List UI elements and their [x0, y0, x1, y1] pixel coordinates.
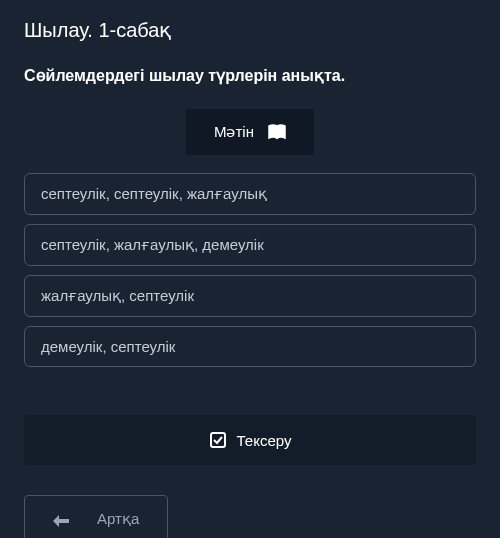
option-item[interactable]: септеулік, септеулік, жалғаулық: [24, 173, 476, 215]
text-button-label: Мәтін: [214, 123, 254, 141]
option-item[interactable]: демеулік, септеулік: [24, 326, 476, 367]
arrow-left-icon: [53, 513, 69, 525]
check-icon: [209, 431, 227, 449]
check-button[interactable]: Тексеру: [24, 415, 476, 465]
instruction-text: Сөйлемдердегі шылау түрлерін анықта.: [24, 66, 476, 85]
option-item[interactable]: жалғаулық, септеулік: [24, 275, 476, 317]
text-button[interactable]: Мәтін: [186, 109, 314, 155]
back-button-label: Артқа: [97, 510, 139, 528]
back-button[interactable]: Артқа: [24, 495, 168, 538]
page-title: Шылау. 1-сабақ: [24, 0, 476, 66]
svg-rect-0: [211, 433, 225, 447]
book-icon: [268, 124, 286, 140]
option-item[interactable]: септеулік, жалғаулық, демеулік: [24, 224, 476, 266]
check-button-label: Тексеру: [237, 432, 292, 449]
options-list: септеулік, септеулік, жалғаулық септеулі…: [24, 173, 476, 367]
